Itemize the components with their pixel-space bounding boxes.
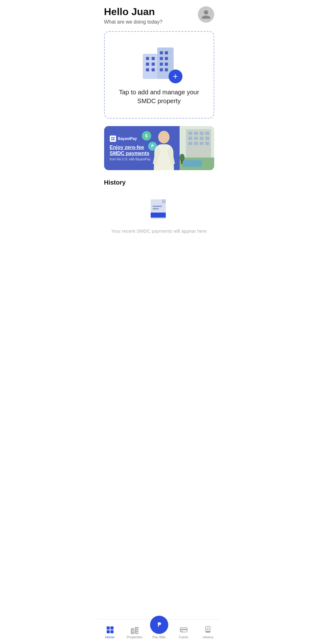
banner-right-image — [180, 126, 214, 170]
header: Hello Juan What are we doing today? — [104, 6, 214, 25]
nav-item-properties[interactable]: Properties — [122, 626, 147, 639]
pay-bills-circle: ₱ — [150, 616, 168, 634]
add-property-plus[interactable]: + — [169, 69, 182, 83]
svg-rect-11 — [165, 57, 168, 60]
subtitle-text: What are we doing today? — [104, 19, 163, 25]
building-photo — [180, 126, 214, 170]
svg-rect-5 — [146, 68, 149, 71]
banner-title-line1: Enjoy zero-fee — [110, 145, 144, 150]
svg-rect-21 — [200, 132, 204, 135]
home-icon — [106, 626, 114, 634]
svg-rect-4 — [152, 63, 155, 66]
svg-rect-40 — [107, 626, 110, 630]
svg-rect-48 — [136, 628, 137, 629]
svg-rect-42 — [107, 630, 110, 633]
history-icon — [204, 626, 212, 634]
banner-logo-text: BayaniPay — [118, 136, 137, 141]
svg-rect-36 — [162, 199, 166, 203]
banner[interactable]: BayaniPay Enjoy zero-fee SMDC payments f… — [104, 126, 214, 170]
nav-item-cards[interactable]: Cards — [171, 626, 196, 639]
svg-rect-58 — [180, 629, 187, 630]
nav-label-pay-bills: Pay Bills — [152, 635, 165, 639]
svg-rect-49 — [137, 628, 138, 629]
banner-person-image — [148, 129, 180, 170]
cards-icon — [180, 626, 188, 634]
svg-rect-22 — [205, 132, 209, 135]
nav-label-history: History — [203, 635, 213, 639]
pay-bills-icon: ₱ — [154, 620, 164, 630]
greeting-text: Hello Juan — [104, 6, 163, 17]
svg-rect-46 — [132, 630, 133, 630]
nav-label-properties: Properties — [126, 635, 142, 639]
svg-rect-14 — [160, 68, 163, 71]
nav-item-home[interactable]: Home — [98, 626, 122, 639]
svg-rect-41 — [110, 626, 114, 630]
svg-rect-10 — [160, 57, 163, 60]
svg-rect-38 — [153, 208, 159, 209]
nav-item-history[interactable]: History — [196, 626, 220, 639]
svg-point-16 — [158, 131, 170, 143]
svg-rect-61 — [207, 628, 209, 629]
svg-rect-2 — [152, 57, 155, 60]
svg-text:₱: ₱ — [157, 622, 161, 628]
svg-rect-32 — [183, 160, 202, 167]
header-text: Hello Juan What are we doing today? — [104, 6, 163, 25]
history-empty-state: Your recent SMDC payments will appear he… — [104, 194, 214, 240]
nav-item-pay-bills[interactable]: ₱ Pay Bills — [147, 616, 171, 639]
property-card[interactable]: + Tap to add and manage your SMDC proper… — [104, 31, 214, 119]
svg-rect-37 — [153, 206, 162, 207]
svg-rect-59 — [181, 631, 183, 632]
svg-rect-25 — [200, 137, 204, 140]
svg-rect-63 — [206, 631, 210, 633]
svg-rect-8 — [160, 51, 163, 54]
svg-rect-1 — [146, 57, 149, 60]
svg-rect-51 — [137, 630, 138, 631]
svg-rect-19 — [188, 132, 192, 135]
svg-rect-62 — [207, 629, 209, 630]
property-card-text: Tap to add and manage your SMDC property — [111, 88, 207, 105]
svg-rect-24 — [194, 137, 198, 140]
svg-rect-0 — [143, 54, 158, 79]
banner-left: BayaniPay Enjoy zero-fee SMDC payments f… — [104, 126, 180, 170]
history-title: History — [104, 179, 214, 186]
svg-rect-34 — [181, 160, 182, 164]
svg-rect-26 — [205, 137, 209, 140]
property-icon-wrap: + — [140, 44, 178, 80]
svg-rect-39 — [151, 213, 166, 218]
svg-rect-20 — [194, 132, 198, 135]
svg-rect-43 — [110, 630, 114, 633]
svg-rect-54 — [132, 631, 133, 632]
properties-icon — [131, 626, 139, 634]
svg-rect-52 — [136, 632, 137, 633]
svg-rect-28 — [194, 142, 198, 145]
svg-rect-15 — [165, 68, 168, 71]
svg-rect-53 — [137, 632, 138, 633]
nav-label-cards: Cards — [179, 635, 188, 639]
nav-label-home: Home — [105, 635, 114, 639]
svg-rect-3 — [146, 63, 149, 66]
history-empty-text: Your recent SMDC payments will appear he… — [111, 228, 207, 234]
svg-rect-30 — [205, 142, 209, 145]
svg-rect-47 — [133, 630, 134, 630]
svg-rect-27 — [188, 142, 192, 145]
svg-rect-9 — [165, 51, 168, 54]
bayanipay-logo-icon — [110, 136, 116, 142]
banner-title-line2: SMDC payments — [110, 151, 149, 156]
history-section: History Your recent SMDC payments will a… — [104, 179, 214, 240]
svg-rect-6 — [152, 68, 155, 71]
svg-rect-12 — [160, 63, 163, 66]
svg-rect-29 — [200, 142, 204, 145]
svg-rect-23 — [188, 137, 192, 140]
svg-rect-13 — [165, 63, 168, 66]
history-doc-icon — [148, 197, 170, 223]
svg-rect-55 — [133, 631, 134, 632]
bottom-nav: Home Properties ₱ Pay Bills — [98, 619, 220, 644]
svg-rect-44 — [131, 628, 134, 634]
avatar[interactable] — [198, 6, 214, 23]
svg-rect-50 — [136, 630, 137, 631]
